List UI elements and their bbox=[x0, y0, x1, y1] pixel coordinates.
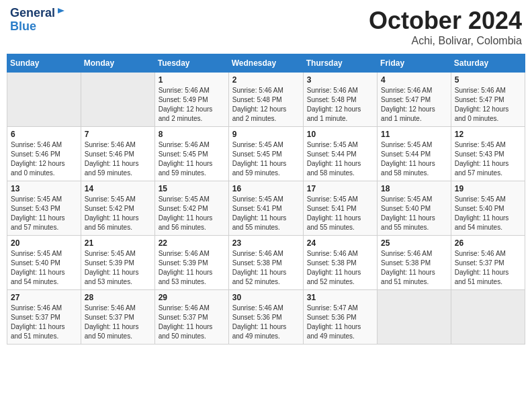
day-info: Sunrise: 5:46 AM Sunset: 5:47 PM Dayligh… bbox=[455, 86, 521, 124]
calendar-cell bbox=[81, 73, 154, 127]
day-info: Sunrise: 5:45 AM Sunset: 5:40 PM Dayligh… bbox=[455, 195, 521, 232]
calendar-header: SundayMondayTuesdayWednesdayThursdayFrid… bbox=[7, 54, 525, 73]
calendar-cell: 4Sunrise: 5:46 AM Sunset: 5:47 PM Daylig… bbox=[378, 73, 451, 127]
day-number: 14 bbox=[85, 184, 151, 193]
calendar-cell: 26Sunrise: 5:46 AM Sunset: 5:37 PM Dayli… bbox=[451, 236, 525, 290]
day-number: 20 bbox=[11, 238, 77, 248]
day-number: 26 bbox=[455, 238, 521, 248]
day-number: 31 bbox=[307, 293, 373, 302]
day-info: Sunrise: 5:46 AM Sunset: 5:37 PM Dayligh… bbox=[85, 304, 151, 341]
day-info: Sunrise: 5:45 AM Sunset: 5:39 PM Dayligh… bbox=[85, 249, 151, 287]
calendar-cell: 10Sunrise: 5:45 AM Sunset: 5:44 PM Dayli… bbox=[303, 127, 377, 181]
day-number: 3 bbox=[307, 75, 373, 85]
calendar-cell: 19Sunrise: 5:45 AM Sunset: 5:40 PM Dayli… bbox=[451, 181, 525, 236]
calendar-cell: 29Sunrise: 5:46 AM Sunset: 5:37 PM Dayli… bbox=[154, 290, 228, 345]
calendar-cell bbox=[378, 290, 451, 345]
day-number: 11 bbox=[381, 130, 447, 139]
day-number: 28 bbox=[85, 293, 151, 302]
calendar-title: October 2024 bbox=[369, 7, 522, 35]
calendar-cell: 21Sunrise: 5:45 AM Sunset: 5:39 PM Dayli… bbox=[81, 236, 154, 290]
calendar-cell: 6Sunrise: 5:46 AM Sunset: 5:46 PM Daylig… bbox=[7, 127, 81, 181]
day-info: Sunrise: 5:45 AM Sunset: 5:42 PM Dayligh… bbox=[159, 195, 225, 232]
title-block: October 2024 Achi, Bolivar, Colombia bbox=[369, 7, 522, 47]
day-info: Sunrise: 5:46 AM Sunset: 5:47 PM Dayligh… bbox=[381, 86, 447, 124]
logo: General Blue bbox=[10, 7, 66, 34]
day-number: 7 bbox=[85, 130, 151, 139]
day-number: 23 bbox=[232, 238, 300, 248]
svg-marker-0 bbox=[58, 8, 64, 13]
calendar-cell: 5Sunrise: 5:46 AM Sunset: 5:47 PM Daylig… bbox=[451, 73, 525, 127]
day-info: Sunrise: 5:46 AM Sunset: 5:39 PM Dayligh… bbox=[159, 249, 225, 287]
day-info: Sunrise: 5:46 AM Sunset: 5:48 PM Dayligh… bbox=[307, 86, 373, 124]
weekday-header-thursday: Thursday bbox=[303, 54, 377, 73]
calendar-cell: 22Sunrise: 5:46 AM Sunset: 5:39 PM Dayli… bbox=[154, 236, 228, 290]
day-number: 2 bbox=[232, 75, 300, 85]
weekday-header-monday: Monday bbox=[81, 54, 154, 73]
day-number: 6 bbox=[11, 130, 77, 139]
page-header: General Blue October 2024 Achi, Bolivar,… bbox=[7, 7, 525, 47]
day-info: Sunrise: 5:45 AM Sunset: 5:43 PM Dayligh… bbox=[455, 140, 521, 178]
weekday-header-friday: Friday bbox=[378, 54, 451, 73]
day-number: 29 bbox=[159, 293, 225, 302]
day-number: 10 bbox=[307, 130, 373, 139]
day-info: Sunrise: 5:45 AM Sunset: 5:42 PM Dayligh… bbox=[85, 195, 151, 232]
day-number: 18 bbox=[381, 184, 447, 193]
day-info: Sunrise: 5:46 AM Sunset: 5:37 PM Dayligh… bbox=[159, 304, 225, 341]
day-number: 16 bbox=[232, 184, 300, 193]
calendar-cell: 23Sunrise: 5:46 AM Sunset: 5:38 PM Dayli… bbox=[228, 236, 303, 290]
calendar-cell: 28Sunrise: 5:46 AM Sunset: 5:37 PM Dayli… bbox=[81, 290, 154, 345]
day-info: Sunrise: 5:46 AM Sunset: 5:38 PM Dayligh… bbox=[307, 249, 373, 287]
calendar-week-1: 1Sunrise: 5:46 AM Sunset: 5:49 PM Daylig… bbox=[7, 73, 525, 127]
day-info: Sunrise: 5:46 AM Sunset: 5:46 PM Dayligh… bbox=[85, 140, 151, 178]
calendar-cell: 9Sunrise: 5:45 AM Sunset: 5:45 PM Daylig… bbox=[228, 127, 303, 181]
day-number: 13 bbox=[11, 184, 77, 193]
day-number: 19 bbox=[455, 184, 521, 193]
calendar-week-4: 20Sunrise: 5:45 AM Sunset: 5:40 PM Dayli… bbox=[7, 236, 525, 290]
day-number: 17 bbox=[307, 184, 373, 193]
day-info: Sunrise: 5:46 AM Sunset: 5:46 PM Dayligh… bbox=[11, 140, 77, 178]
day-info: Sunrise: 5:45 AM Sunset: 5:44 PM Dayligh… bbox=[381, 140, 447, 178]
day-number: 27 bbox=[11, 293, 77, 302]
day-info: Sunrise: 5:46 AM Sunset: 5:37 PM Dayligh… bbox=[455, 249, 521, 287]
day-number: 22 bbox=[159, 238, 225, 248]
calendar-cell: 15Sunrise: 5:45 AM Sunset: 5:42 PM Dayli… bbox=[154, 181, 228, 236]
calendar-cell: 17Sunrise: 5:45 AM Sunset: 5:41 PM Dayli… bbox=[303, 181, 377, 236]
calendar-cell: 1Sunrise: 5:46 AM Sunset: 5:49 PM Daylig… bbox=[154, 73, 228, 127]
calendar-cell: 3Sunrise: 5:46 AM Sunset: 5:48 PM Daylig… bbox=[303, 73, 377, 127]
calendar-cell: 13Sunrise: 5:45 AM Sunset: 5:43 PM Dayli… bbox=[7, 181, 81, 236]
day-info: Sunrise: 5:46 AM Sunset: 5:49 PM Dayligh… bbox=[159, 86, 225, 124]
calendar-cell: 31Sunrise: 5:47 AM Sunset: 5:36 PM Dayli… bbox=[303, 290, 377, 345]
day-info: Sunrise: 5:45 AM Sunset: 5:40 PM Dayligh… bbox=[381, 195, 447, 232]
day-number: 25 bbox=[381, 238, 447, 248]
weekday-header-wednesday: Wednesday bbox=[228, 54, 303, 73]
day-number: 8 bbox=[159, 130, 225, 139]
day-info: Sunrise: 5:46 AM Sunset: 5:36 PM Dayligh… bbox=[232, 304, 300, 341]
weekday-header-tuesday: Tuesday bbox=[154, 54, 228, 73]
logo-flag-icon bbox=[56, 7, 66, 17]
logo-blue: Blue bbox=[10, 20, 66, 34]
calendar-week-5: 27Sunrise: 5:46 AM Sunset: 5:37 PM Dayli… bbox=[7, 290, 525, 345]
day-info: Sunrise: 5:45 AM Sunset: 5:44 PM Dayligh… bbox=[307, 140, 373, 178]
calendar-cell bbox=[7, 73, 81, 127]
day-info: Sunrise: 5:45 AM Sunset: 5:41 PM Dayligh… bbox=[232, 195, 300, 232]
day-info: Sunrise: 5:45 AM Sunset: 5:45 PM Dayligh… bbox=[232, 140, 300, 178]
day-info: Sunrise: 5:46 AM Sunset: 5:45 PM Dayligh… bbox=[159, 140, 225, 178]
weekday-header-sunday: Sunday bbox=[7, 54, 81, 73]
calendar-cell: 2Sunrise: 5:46 AM Sunset: 5:48 PM Daylig… bbox=[228, 73, 303, 127]
day-info: Sunrise: 5:46 AM Sunset: 5:37 PM Dayligh… bbox=[11, 304, 77, 341]
calendar-cell: 30Sunrise: 5:46 AM Sunset: 5:36 PM Dayli… bbox=[228, 290, 303, 345]
calendar-cell: 24Sunrise: 5:46 AM Sunset: 5:38 PM Dayli… bbox=[303, 236, 377, 290]
day-info: Sunrise: 5:46 AM Sunset: 5:48 PM Dayligh… bbox=[232, 86, 300, 124]
day-info: Sunrise: 5:46 AM Sunset: 5:38 PM Dayligh… bbox=[232, 249, 300, 287]
day-number: 15 bbox=[159, 184, 225, 193]
day-info: Sunrise: 5:46 AM Sunset: 5:38 PM Dayligh… bbox=[381, 249, 447, 287]
calendar-week-2: 6Sunrise: 5:46 AM Sunset: 5:46 PM Daylig… bbox=[7, 127, 525, 181]
weekday-header-saturday: Saturday bbox=[451, 54, 525, 73]
day-number: 9 bbox=[232, 130, 300, 139]
day-info: Sunrise: 5:45 AM Sunset: 5:40 PM Dayligh… bbox=[11, 249, 77, 287]
day-number: 4 bbox=[381, 75, 447, 85]
calendar-cell: 20Sunrise: 5:45 AM Sunset: 5:40 PM Dayli… bbox=[7, 236, 81, 290]
calendar-cell: 14Sunrise: 5:45 AM Sunset: 5:42 PM Dayli… bbox=[81, 181, 154, 236]
calendar-cell: 8Sunrise: 5:46 AM Sunset: 5:45 PM Daylig… bbox=[154, 127, 228, 181]
day-number: 1 bbox=[159, 75, 225, 85]
